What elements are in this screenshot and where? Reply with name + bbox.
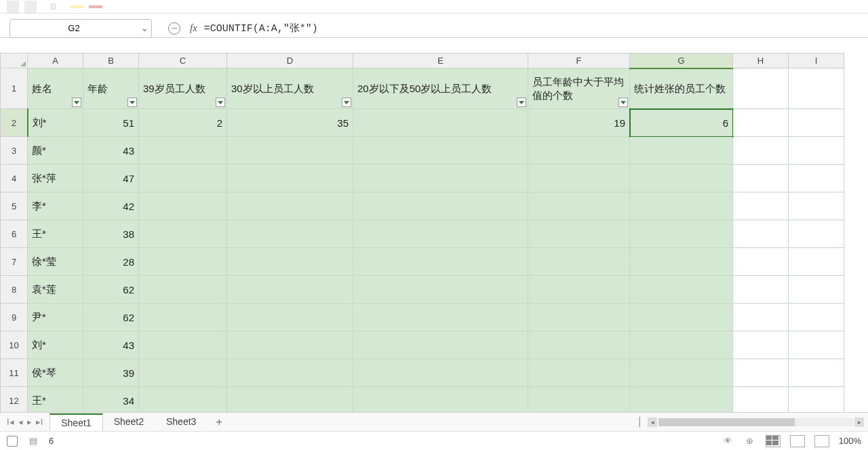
- col-header-I[interactable]: I: [789, 54, 844, 68]
- sheet-nav-prev[interactable]: ◂: [18, 417, 23, 427]
- cell-D3[interactable]: [227, 137, 353, 165]
- cell-I10[interactable]: [789, 331, 844, 359]
- cell-D1[interactable]: 30岁以上员工人数: [227, 68, 353, 109]
- row-header-6[interactable]: 6: [1, 220, 28, 248]
- cell-E9[interactable]: [353, 304, 528, 331]
- cell-D11[interactable]: [227, 359, 353, 387]
- cell-H7[interactable]: [733, 248, 789, 276]
- cell-F6[interactable]: [528, 220, 630, 248]
- cell-A12[interactable]: 王*: [28, 387, 83, 413]
- cell-I9[interactable]: [789, 304, 844, 331]
- sheet-add-button[interactable]: +: [208, 413, 230, 431]
- cell-A1[interactable]: 姓名: [28, 68, 83, 109]
- cell-G1[interactable]: 统计姓张的员工个数: [630, 68, 733, 109]
- cell-F8[interactable]: [528, 276, 630, 304]
- cell-C10[interactable]: [139, 331, 227, 359]
- row-header-3[interactable]: 3: [1, 137, 28, 165]
- cell-G7[interactable]: [630, 248, 733, 276]
- row-header-4[interactable]: 4: [1, 165, 28, 192]
- cell-I11[interactable]: [789, 359, 844, 387]
- cell-D8[interactable]: [227, 276, 353, 304]
- cell-C9[interactable]: [139, 304, 227, 331]
- cell-B7[interactable]: 28: [83, 248, 139, 276]
- cell-A3[interactable]: 颜*: [28, 137, 83, 165]
- eye-icon[interactable]: 👁: [722, 435, 734, 447]
- cell-A5[interactable]: 李*: [28, 192, 83, 220]
- cell-D6[interactable]: [227, 220, 353, 248]
- cell-H8[interactable]: [733, 276, 789, 304]
- cell-E2[interactable]: [353, 109, 528, 137]
- cell-G2[interactable]: 6: [630, 109, 733, 137]
- col-header-H[interactable]: H: [733, 54, 789, 68]
- cell-G9[interactable]: [630, 304, 733, 331]
- sheet-tab-sheet1[interactable]: Sheet1: [50, 413, 102, 431]
- col-header-D[interactable]: D: [227, 54, 353, 68]
- normal-view-button[interactable]: [766, 435, 781, 447]
- filter-button-B[interactable]: [127, 98, 137, 107]
- cell-I2[interactable]: [789, 109, 844, 137]
- page-break-button[interactable]: [814, 435, 829, 447]
- cell-G5[interactable]: [630, 192, 733, 220]
- page-layout-button[interactable]: [790, 435, 805, 447]
- row-header-2[interactable]: 2: [1, 109, 28, 137]
- cell-E4[interactable]: [353, 165, 528, 192]
- horizontal-scrollbar[interactable]: ⎮ ◂ ▸: [637, 417, 868, 427]
- cell-F1[interactable]: 员工年龄中大于平均值的个数: [528, 68, 630, 109]
- cell-H5[interactable]: [733, 192, 789, 220]
- cell-H9[interactable]: [733, 304, 789, 331]
- row-header-7[interactable]: 7: [1, 248, 28, 276]
- row-header-8[interactable]: 8: [1, 276, 28, 304]
- row-header-10[interactable]: 10: [1, 331, 28, 359]
- cell-I12[interactable]: [789, 387, 844, 413]
- cell-C6[interactable]: [139, 220, 227, 248]
- cell-E7[interactable]: [353, 248, 528, 276]
- cell-F4[interactable]: [528, 165, 630, 192]
- cell-H4[interactable]: [733, 165, 789, 192]
- cell-G12[interactable]: [630, 387, 733, 413]
- zoom-out-icon[interactable]: [168, 22, 180, 35]
- cell-G6[interactable]: [630, 220, 733, 248]
- col-header-E[interactable]: E: [353, 54, 528, 68]
- fx-icon[interactable]: fx: [190, 22, 197, 34]
- cell-B4[interactable]: 47: [83, 165, 139, 192]
- cell-A8[interactable]: 袁*莲: [28, 276, 83, 304]
- scroll-left-icon[interactable]: ◂: [648, 417, 657, 427]
- cell-H6[interactable]: [733, 220, 789, 248]
- cell-F5[interactable]: [528, 192, 630, 220]
- cell-F11[interactable]: [528, 359, 630, 387]
- cell-B9[interactable]: 62: [83, 304, 139, 331]
- sheet-nav-next[interactable]: ▸: [27, 417, 32, 427]
- cell-B12[interactable]: 34: [83, 387, 139, 413]
- cell-F12[interactable]: [528, 387, 630, 413]
- cell-I6[interactable]: [789, 220, 844, 248]
- row-header-9[interactable]: 9: [1, 304, 28, 331]
- cell-C8[interactable]: [139, 276, 227, 304]
- formula-input[interactable]: =COUNTIF(A:A,"张*"): [197, 22, 868, 35]
- cell-E11[interactable]: [353, 359, 528, 387]
- cell-B2[interactable]: 51: [83, 109, 139, 137]
- cell-A4[interactable]: 张*萍: [28, 165, 83, 192]
- cell-H1[interactable]: [733, 68, 789, 109]
- cell-E1[interactable]: 20岁以下及50岁以上员工人数: [353, 68, 528, 109]
- cell-F7[interactable]: [528, 248, 630, 276]
- spreadsheet-grid[interactable]: ABCDEFGHI1姓名年龄39岁员工人数30岁以上员工人数20岁以下及50岁以…: [0, 53, 868, 412]
- cell-A2[interactable]: 刘*: [28, 109, 83, 137]
- cell-B5[interactable]: 42: [83, 192, 139, 220]
- sheet-tab-sheet2[interactable]: Sheet2: [103, 413, 155, 431]
- cell-I4[interactable]: [789, 165, 844, 192]
- cell-A10[interactable]: 刘*: [28, 331, 83, 359]
- cell-E12[interactable]: [353, 387, 528, 413]
- cell-D9[interactable]: [227, 304, 353, 331]
- cell-H11[interactable]: [733, 359, 789, 387]
- cell-C5[interactable]: [139, 192, 227, 220]
- cell-B10[interactable]: 43: [83, 331, 139, 359]
- cell-B11[interactable]: 39: [83, 359, 139, 387]
- cell-A7[interactable]: 徐*莹: [28, 248, 83, 276]
- cell-I5[interactable]: [789, 192, 844, 220]
- col-header-C[interactable]: C: [139, 54, 227, 68]
- cell-C7[interactable]: [139, 248, 227, 276]
- cell-H3[interactable]: [733, 137, 789, 165]
- cell-D2[interactable]: 35: [227, 109, 353, 137]
- cell-E8[interactable]: [353, 276, 528, 304]
- row-header-5[interactable]: 5: [1, 192, 28, 220]
